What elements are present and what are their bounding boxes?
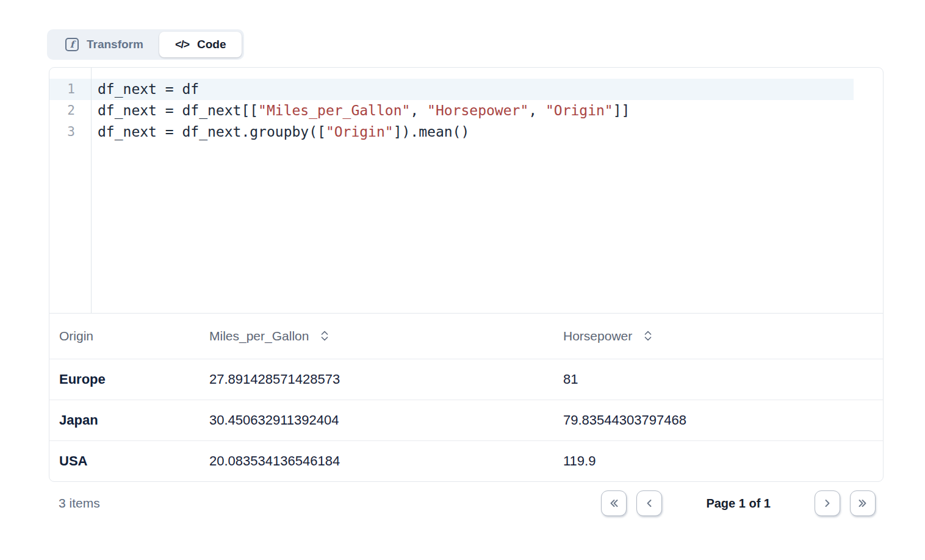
cell-origin: USA <box>49 440 200 481</box>
chevron-right-icon <box>821 497 834 510</box>
code-line-2[interactable]: 2df_next = df_next[["Miles_per_Gallon", … <box>49 100 883 121</box>
code-text: df_next = df_next[["Miles_per_Gallon", "… <box>91 100 630 121</box>
result-table: OriginMiles_per_GallonHorsepower Europe2… <box>49 314 883 481</box>
cell-miles-per-gallon: 20.083534136546184 <box>200 440 553 481</box>
app-root: f Transform </> Code 1df_next = df2df_ne… <box>0 0 925 560</box>
prev-page-button[interactable] <box>636 490 662 516</box>
table-row: Europe27.89142857142857381 <box>49 359 883 400</box>
sort-icon[interactable] <box>642 329 653 343</box>
table-footer: 3 items Page 1 of 1 <box>49 489 884 517</box>
page-indicator: Page 1 of 1 <box>706 497 771 511</box>
main-panel: 1df_next = df2df_next = df_next[["Miles_… <box>49 67 884 482</box>
column-label: Miles_per_Gallon <box>209 329 309 343</box>
double-chevron-left-icon <box>607 497 621 510</box>
code-text: df_next = df_next.groupby(["Origin"]).me… <box>91 121 469 143</box>
code-text: df_next = df <box>91 79 199 100</box>
function-icon: f <box>65 38 79 51</box>
line-number: 1 <box>49 79 91 100</box>
line-number: 2 <box>49 100 91 121</box>
cell-horsepower: 119.9 <box>553 440 883 481</box>
column-label: Origin <box>59 329 93 343</box>
column-header-horsepower[interactable]: Horsepower <box>553 314 883 359</box>
table-row: Japan30.45063291139240479.83544303797468 <box>49 400 883 440</box>
column-header-origin: Origin <box>49 314 200 359</box>
table-row: USA20.083534136546184119.9 <box>49 440 883 481</box>
cell-horsepower: 81 <box>553 359 883 400</box>
tab-code-label: Code <box>197 38 226 51</box>
table-header-row: OriginMiles_per_GallonHorsepower <box>49 314 883 359</box>
tab-transform-label: Transform <box>87 38 143 51</box>
tab-transform[interactable]: f Transform <box>49 32 159 57</box>
code-icon: </> <box>175 38 189 51</box>
cell-origin: Europe <box>49 359 200 400</box>
pagination: Page 1 of 1 <box>601 490 876 516</box>
cell-horsepower: 79.83544303797468 <box>553 400 883 440</box>
double-chevron-right-icon <box>856 497 869 510</box>
view-tab-group: f Transform </> Code <box>47 29 244 60</box>
tab-code[interactable]: </> Code <box>159 32 242 57</box>
cell-origin: Japan <box>49 400 200 440</box>
items-count: 3 items <box>59 496 100 511</box>
column-header-miles_per_gallon[interactable]: Miles_per_Gallon <box>200 314 553 359</box>
line-number: 3 <box>49 121 91 143</box>
cell-miles-per-gallon: 27.891428571428573 <box>200 359 553 400</box>
code-line-1[interactable]: 1df_next = df <box>49 79 854 100</box>
code-editor[interactable]: 1df_next = df2df_next = df_next[["Miles_… <box>49 68 883 314</box>
next-page-button[interactable] <box>815 490 840 516</box>
cell-miles-per-gallon: 30.450632911392404 <box>200 400 553 440</box>
code-line-3[interactable]: 3df_next = df_next.groupby(["Origin"]).m… <box>49 121 883 143</box>
first-page-button[interactable] <box>601 490 627 516</box>
column-label: Horsepower <box>563 329 632 343</box>
last-page-button[interactable] <box>850 490 876 516</box>
sort-icon[interactable] <box>319 329 330 343</box>
chevron-left-icon <box>642 497 656 510</box>
